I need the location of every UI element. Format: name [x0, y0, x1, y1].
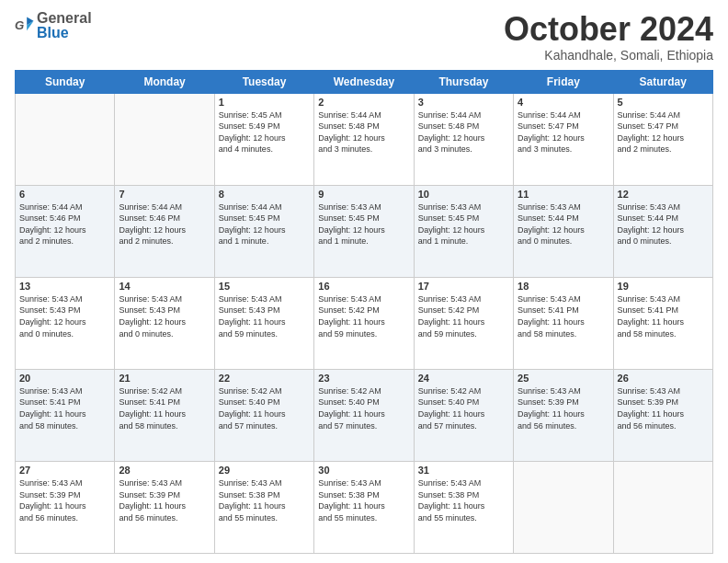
day-info: Sunrise: 5:43 AM Sunset: 5:45 PM Dayligh…: [318, 201, 409, 247]
day-number: 24: [418, 373, 509, 384]
calendar-week-row: 20Sunrise: 5:43 AM Sunset: 5:41 PM Dayli…: [16, 369, 713, 461]
table-row: 19Sunrise: 5:43 AM Sunset: 5:41 PM Dayli…: [613, 277, 712, 369]
day-number: 17: [418, 281, 509, 292]
table-row: 3Sunrise: 5:44 AM Sunset: 5:48 PM Daylig…: [414, 93, 513, 185]
day-number: 25: [518, 373, 609, 384]
col-wednesday: Wednesday: [314, 70, 414, 93]
day-info: Sunrise: 5:44 AM Sunset: 5:47 PM Dayligh…: [618, 109, 709, 155]
day-info: Sunrise: 5:43 AM Sunset: 5:43 PM Dayligh…: [19, 293, 110, 339]
day-number: 1: [219, 97, 310, 108]
table-row: 31Sunrise: 5:43 AM Sunset: 5:38 PM Dayli…: [414, 461, 513, 553]
table-row: 4Sunrise: 5:44 AM Sunset: 5:47 PM Daylig…: [514, 93, 613, 185]
table-row: 7Sunrise: 5:44 AM Sunset: 5:46 PM Daylig…: [115, 185, 214, 277]
day-info: Sunrise: 5:44 AM Sunset: 5:48 PM Dayligh…: [318, 109, 409, 155]
table-row: 5Sunrise: 5:44 AM Sunset: 5:47 PM Daylig…: [613, 93, 712, 185]
table-row: 6Sunrise: 5:44 AM Sunset: 5:46 PM Daylig…: [16, 185, 115, 277]
day-number: 14: [119, 281, 210, 292]
day-info: Sunrise: 5:44 AM Sunset: 5:45 PM Dayligh…: [219, 201, 310, 247]
day-info: Sunrise: 5:43 AM Sunset: 5:45 PM Dayligh…: [418, 201, 509, 247]
day-number: 28: [119, 465, 210, 476]
day-number: 9: [318, 189, 409, 200]
day-number: 22: [219, 373, 310, 384]
table-row: 27Sunrise: 5:43 AM Sunset: 5:39 PM Dayli…: [16, 461, 115, 553]
day-info: Sunrise: 5:43 AM Sunset: 5:38 PM Dayligh…: [318, 477, 409, 523]
col-friday: Friday: [514, 70, 613, 93]
day-number: 23: [318, 373, 409, 384]
day-number: 21: [119, 373, 210, 384]
day-info: Sunrise: 5:44 AM Sunset: 5:46 PM Dayligh…: [119, 201, 210, 247]
day-number: 3: [418, 97, 509, 108]
day-info: Sunrise: 5:42 AM Sunset: 5:40 PM Dayligh…: [318, 385, 409, 431]
header: G General Blue October 2024 Kahandhale, …: [15, 11, 713, 63]
col-sunday: Sunday: [16, 70, 115, 93]
day-info: Sunrise: 5:43 AM Sunset: 5:43 PM Dayligh…: [219, 293, 310, 339]
day-number: 4: [518, 97, 609, 108]
col-saturday: Saturday: [613, 70, 712, 93]
day-info: Sunrise: 5:43 AM Sunset: 5:39 PM Dayligh…: [618, 385, 709, 431]
day-info: Sunrise: 5:44 AM Sunset: 5:48 PM Dayligh…: [418, 109, 509, 155]
table-row: [16, 93, 115, 185]
day-number: 27: [19, 465, 110, 476]
day-info: Sunrise: 5:42 AM Sunset: 5:40 PM Dayligh…: [219, 385, 310, 431]
logo-general: General: [37, 11, 92, 26]
table-row: 9Sunrise: 5:43 AM Sunset: 5:45 PM Daylig…: [314, 185, 414, 277]
table-row: 12Sunrise: 5:43 AM Sunset: 5:44 PM Dayli…: [613, 185, 712, 277]
logo-blue: Blue: [37, 26, 92, 40]
table-row: 23Sunrise: 5:42 AM Sunset: 5:40 PM Dayli…: [314, 369, 414, 461]
day-info: Sunrise: 5:43 AM Sunset: 5:41 PM Dayligh…: [518, 293, 609, 339]
day-info: Sunrise: 5:44 AM Sunset: 5:46 PM Dayligh…: [19, 201, 110, 247]
table-row: 10Sunrise: 5:43 AM Sunset: 5:45 PM Dayli…: [414, 185, 513, 277]
title-area: October 2024 Kahandhale, Somali, Ethiopi…: [504, 11, 713, 63]
table-row: 22Sunrise: 5:42 AM Sunset: 5:40 PM Dayli…: [214, 369, 313, 461]
svg-text:G: G: [15, 18, 24, 32]
page: G General Blue October 2024 Kahandhale, …: [0, 0, 728, 563]
table-row: 29Sunrise: 5:43 AM Sunset: 5:38 PM Dayli…: [214, 461, 313, 553]
table-row: 2Sunrise: 5:44 AM Sunset: 5:48 PM Daylig…: [314, 93, 414, 185]
col-thursday: Thursday: [414, 70, 513, 93]
day-number: 5: [618, 97, 709, 108]
day-info: Sunrise: 5:42 AM Sunset: 5:41 PM Dayligh…: [119, 385, 210, 431]
day-number: 19: [618, 281, 709, 292]
table-row: [613, 461, 712, 553]
day-info: Sunrise: 5:43 AM Sunset: 5:42 PM Dayligh…: [318, 293, 409, 339]
location: Kahandhale, Somali, Ethiopia: [504, 48, 713, 63]
day-number: 20: [19, 373, 110, 384]
col-monday: Monday: [115, 70, 214, 93]
logo-icon: G: [15, 16, 35, 36]
day-number: 10: [418, 189, 509, 200]
day-number: 29: [219, 465, 310, 476]
day-info: Sunrise: 5:45 AM Sunset: 5:49 PM Dayligh…: [219, 109, 310, 155]
day-info: Sunrise: 5:43 AM Sunset: 5:38 PM Dayligh…: [219, 477, 310, 523]
table-row: 1Sunrise: 5:45 AM Sunset: 5:49 PM Daylig…: [214, 93, 313, 185]
month-title: October 2024: [504, 11, 713, 48]
day-number: 31: [418, 465, 509, 476]
table-row: 20Sunrise: 5:43 AM Sunset: 5:41 PM Dayli…: [16, 369, 115, 461]
table-row: 15Sunrise: 5:43 AM Sunset: 5:43 PM Dayli…: [214, 277, 313, 369]
table-row: 21Sunrise: 5:42 AM Sunset: 5:41 PM Dayli…: [115, 369, 214, 461]
day-number: 16: [318, 281, 409, 292]
day-number: 11: [518, 189, 609, 200]
table-row: 14Sunrise: 5:43 AM Sunset: 5:43 PM Dayli…: [115, 277, 214, 369]
day-number: 18: [518, 281, 609, 292]
logo-area: G General Blue: [15, 11, 92, 40]
day-number: 30: [318, 465, 409, 476]
table-row: 16Sunrise: 5:43 AM Sunset: 5:42 PM Dayli…: [314, 277, 414, 369]
day-info: Sunrise: 5:43 AM Sunset: 5:44 PM Dayligh…: [618, 201, 709, 247]
table-row: 28Sunrise: 5:43 AM Sunset: 5:39 PM Dayli…: [115, 461, 214, 553]
table-row: [115, 93, 214, 185]
day-number: 2: [318, 97, 409, 108]
day-number: 8: [219, 189, 310, 200]
day-info: Sunrise: 5:43 AM Sunset: 5:39 PM Dayligh…: [119, 477, 210, 523]
table-row: 26Sunrise: 5:43 AM Sunset: 5:39 PM Dayli…: [613, 369, 712, 461]
day-info: Sunrise: 5:42 AM Sunset: 5:40 PM Dayligh…: [418, 385, 509, 431]
day-number: 12: [618, 189, 709, 200]
table-row: [514, 461, 613, 553]
day-info: Sunrise: 5:44 AM Sunset: 5:47 PM Dayligh…: [518, 109, 609, 155]
calendar-week-row: 13Sunrise: 5:43 AM Sunset: 5:43 PM Dayli…: [16, 277, 713, 369]
day-info: Sunrise: 5:43 AM Sunset: 5:41 PM Dayligh…: [618, 293, 709, 339]
table-row: 18Sunrise: 5:43 AM Sunset: 5:41 PM Dayli…: [514, 277, 613, 369]
day-info: Sunrise: 5:43 AM Sunset: 5:44 PM Dayligh…: [518, 201, 609, 247]
day-number: 15: [219, 281, 310, 292]
day-number: 13: [19, 281, 110, 292]
day-info: Sunrise: 5:43 AM Sunset: 5:38 PM Dayligh…: [418, 477, 509, 523]
